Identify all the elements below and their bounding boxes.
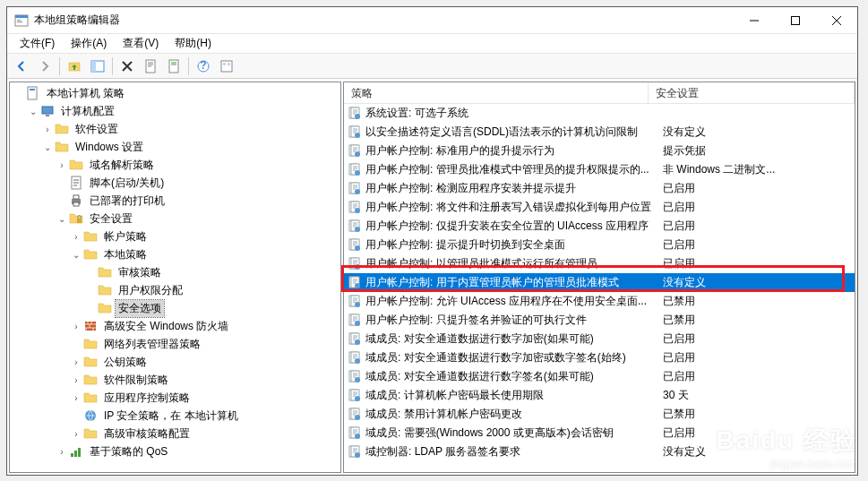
tree-user-rights[interactable]: 用户权限分配 xyxy=(10,281,340,299)
policy-item-icon xyxy=(348,389,362,403)
chevron-right-icon[interactable]: › xyxy=(69,375,83,385)
computer-icon xyxy=(40,104,55,118)
list-row[interactable]: 域控制器: LDAP 服务器签名要求没有定义 xyxy=(344,442,855,461)
export-button[interactable] xyxy=(163,56,185,77)
properties-button[interactable] xyxy=(140,56,161,77)
policy-name: 用户帐户控制: 允许 UIAccess 应用程序在不使用安全桌面... xyxy=(365,294,663,309)
list-row[interactable]: 用户帐户控制: 提示提升时切换到安全桌面已启用 xyxy=(344,236,855,254)
list-row[interactable]: 用户帐户控制: 仅提升安装在安全位置的 UIAccess 应用程序已启用 xyxy=(344,217,855,236)
chevron-down-icon[interactable]: ⌄ xyxy=(55,214,69,224)
policy-setting: 已启用 xyxy=(663,200,855,215)
chevron-right-icon[interactable]: › xyxy=(55,447,69,457)
list-row[interactable]: 域成员: 计算机帐户密码最长使用期限30 天 xyxy=(344,386,855,405)
tree-scripts[interactable]: 脚本(启动/关机) xyxy=(10,174,340,192)
policy-item-icon xyxy=(348,182,362,196)
chevron-right-icon[interactable]: › xyxy=(55,160,69,170)
policy-setting: 已启用 xyxy=(663,181,855,196)
chevron-down-icon[interactable]: ⌄ xyxy=(40,142,55,152)
qos-icon xyxy=(69,444,83,459)
policy-name: 以安全描述符定义语言(SDDL)语法表示的计算机访问限制 xyxy=(365,125,663,140)
forward-button[interactable] xyxy=(34,56,56,77)
content: 本地计算机 策略 ⌄计算机配置 ›软件设置 ⌄Windows 设置 ›域名解析策… xyxy=(7,79,857,475)
policy-setting: 已启用 xyxy=(663,331,855,347)
svg-point-31 xyxy=(355,114,360,119)
list-body[interactable]: 系统设置: 可选子系统以安全描述符定义语言(SDDL)语法表示的计算机访问限制没… xyxy=(344,104,855,472)
chevron-right-icon[interactable]: › xyxy=(40,125,55,134)
folder-icon xyxy=(98,283,112,297)
maximize-button[interactable] xyxy=(775,7,816,33)
tree-ipsec[interactable]: IP 安全策略，在 本地计算机 xyxy=(10,407,340,425)
list-row[interactable]: 用户帐户控制: 以管理员批准模式运行所有管理员已启用 xyxy=(344,254,855,273)
chevron-right-icon[interactable]: › xyxy=(69,357,83,367)
svg-rect-14 xyxy=(228,63,230,65)
chevron-down-icon[interactable]: ⌄ xyxy=(69,250,83,260)
chevron-right-icon[interactable]: › xyxy=(69,393,83,403)
col-setting-header[interactable]: 安全设置 xyxy=(649,82,855,103)
menu-file[interactable]: 文件(F) xyxy=(13,34,62,53)
menu-action[interactable]: 操作(A) xyxy=(64,34,114,53)
chevron-right-icon[interactable]: › xyxy=(69,322,83,331)
tree-local-policy[interactable]: ⌄本地策略 xyxy=(10,245,340,263)
tree-account-policy[interactable]: ›帐户策略 xyxy=(10,228,340,245)
policy-name: 系统设置: 可选子系统 xyxy=(365,106,663,121)
show-hide-tree-button[interactable] xyxy=(87,56,108,77)
tree-security[interactable]: ⌄安全设置 xyxy=(10,210,340,228)
tree-software[interactable]: ›软件设置 xyxy=(10,120,340,138)
list-row[interactable]: 域成员: 禁用计算机帐户密码更改已禁用 xyxy=(344,405,855,424)
policy-item-icon xyxy=(348,238,362,253)
chevron-down-icon[interactable]: ⌄ xyxy=(26,107,40,116)
list-row[interactable]: 域成员: 对安全通道数据进行数字加密(如果可能)已启用 xyxy=(344,330,855,348)
tree-audit-policy[interactable]: 审核策略 xyxy=(10,263,340,281)
list-row[interactable]: 用户帐户控制: 允许 UIAccess 应用程序在不使用安全桌面...已禁用 xyxy=(344,292,855,311)
help-button[interactable]: ? xyxy=(193,56,214,77)
up-button[interactable] xyxy=(64,56,85,77)
list-row[interactable]: 域成员: 需要强(Windows 2000 或更高版本)会话密钥已启用 xyxy=(344,424,855,442)
delete-button[interactable] xyxy=(116,56,138,77)
policy-item-icon xyxy=(348,163,362,177)
tree-firewall[interactable]: ›高级安全 Windows 防火墙 xyxy=(10,317,340,335)
tree-netlist[interactable]: 网络列表管理器策略 xyxy=(10,335,340,353)
list-row[interactable]: 用户帐户控制: 检测应用程序安装并提示提升已启用 xyxy=(344,179,855,198)
list-row[interactable]: 域成员: 对安全通道数据进行数字加密或数字签名(始终)已启用 xyxy=(344,348,855,367)
tree-root[interactable]: 本地计算机 策略 xyxy=(10,84,340,102)
menu-help[interactable]: 帮助(H) xyxy=(168,34,219,53)
menu-view[interactable]: 查看(V) xyxy=(116,34,166,53)
chevron-right-icon[interactable]: › xyxy=(69,232,83,242)
list-row[interactable]: 系统设置: 可选子系统 xyxy=(344,104,855,123)
tree-printers[interactable]: 已部署的打印机 xyxy=(10,192,340,210)
separator xyxy=(112,57,113,75)
refresh-button[interactable] xyxy=(216,56,237,77)
list-row[interactable]: 用户帐户控制: 管理员批准模式中管理员的提升权限提示的...非 Windows … xyxy=(344,160,855,179)
tree-computer-cfg[interactable]: ⌄计算机配置 xyxy=(10,102,340,120)
tree-dns[interactable]: ›域名解析策略 xyxy=(10,156,340,174)
list-row[interactable]: 用户帐户控制: 只提升签名并验证的可执行文件已禁用 xyxy=(344,311,855,330)
tree-security-options[interactable]: 安全选项 xyxy=(10,299,340,317)
policy-setting: 非 Windows 二进制文... xyxy=(663,162,855,177)
tree-sw-restrict[interactable]: ›软件限制策略 xyxy=(10,371,340,389)
tree-qos[interactable]: ›基于策略的 QoS xyxy=(10,442,340,460)
col-policy-header[interactable]: 策略 xyxy=(344,82,649,103)
tree-pubkey[interactable]: ›公钥策略 xyxy=(10,353,340,371)
tree-app-control[interactable]: ›应用程序控制策略 xyxy=(10,389,340,407)
list-row[interactable]: 域成员: 对安全通道数据进行数字签名(如果可能)已启用 xyxy=(344,367,855,386)
minimize-button[interactable] xyxy=(734,7,775,33)
list-row[interactable]: 用户帐户控制: 用于内置管理员帐户的管理员批准模式没有定义 xyxy=(344,273,855,292)
svg-point-58 xyxy=(355,283,360,288)
policy-setting: 30 天 xyxy=(663,388,855,403)
policy-setting: 已启用 xyxy=(663,237,855,253)
folder-icon xyxy=(83,337,98,351)
chevron-right-icon[interactable]: › xyxy=(69,429,83,439)
policy-setting: 已禁用 xyxy=(663,313,855,328)
svg-rect-23 xyxy=(77,219,82,223)
list-row[interactable]: 用户帐户控制: 标准用户的提升提示行为提示凭据 xyxy=(344,142,855,160)
tree-windows[interactable]: ⌄Windows 设置 xyxy=(10,138,340,156)
svg-point-67 xyxy=(355,339,360,345)
back-button[interactable] xyxy=(11,56,32,77)
list-row[interactable]: 以安全描述符定义语言(SDDL)语法表示的计算机访问限制没有定义 xyxy=(344,123,855,142)
tree-audit-adv[interactable]: ›高级审核策略配置 xyxy=(10,425,340,442)
list-row[interactable]: 用户帐户控制: 将文件和注册表写入错误虚拟化到每用户位置已启用 xyxy=(344,198,855,217)
app-icon xyxy=(14,13,29,28)
close-button[interactable] xyxy=(816,7,857,33)
tree-pane[interactable]: 本地计算机 策略 ⌄计算机配置 ›软件设置 ⌄Windows 设置 ›域名解析策… xyxy=(9,82,341,473)
policy-name: 域控制器: LDAP 服务器签名要求 xyxy=(365,444,663,460)
